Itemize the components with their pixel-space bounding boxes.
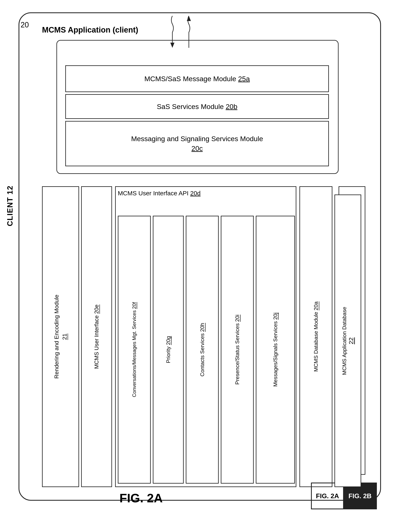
conversations-label: Conversations/Messages Mgt. Services 20f	[131, 302, 137, 397]
outer-box: MCMS Application (client) MCMS/SaS Messa…	[19, 12, 381, 501]
messages-signals-box: Messages/Signals Services 20j	[256, 216, 295, 484]
module-1-label: MCMS/SaS Message Module 25a	[144, 75, 250, 83]
app-db-box-front: MCMS Application Database22	[334, 194, 361, 487]
mcms-app-label: MCMS Application (client)	[42, 26, 138, 34]
module-3-label: Messaging and Signaling Services Module	[131, 135, 263, 143]
rendering-box: Rendering and Encoding Module21	[42, 186, 79, 487]
contacts-box: Contacts Services 20h	[186, 216, 219, 484]
priority-label: Priority 20g	[165, 336, 171, 363]
fig-2a-small-label: FIG. 2A	[312, 483, 344, 509]
svg-marker-0	[170, 43, 174, 48]
priority-box: Priority 20g	[153, 216, 184, 484]
module-box-1: MCMS/SaS Message Module 25a	[65, 65, 329, 92]
module-box-3: Messaging and Signaling Services Module …	[65, 121, 329, 166]
ui-box: MCMS User Interface 20e	[81, 186, 112, 487]
module-box-2: SaS Services Module 20b	[65, 94, 329, 119]
messages-signals-label: Messages/Signals Services 20j	[272, 313, 279, 387]
top-module-area: MCMS/SaS Message Module 25a SaS Services…	[57, 40, 339, 174]
db-module-box: MCMS Database Module 20a	[299, 186, 332, 487]
fig-2a-label: FIG. 2A	[119, 491, 163, 505]
client-label: CLIENT 12	[6, 185, 14, 226]
module-3-ref: 20c	[191, 145, 203, 153]
svg-marker-1	[187, 16, 191, 21]
ui-label: MCMS User Interface 20e	[94, 305, 100, 369]
presence-box: Presence/Status Services 20i	[221, 216, 254, 484]
api-label: MCMS User Interface API 20d	[118, 190, 201, 197]
app-db-label: MCMS Application Database22	[341, 307, 355, 375]
fig-2b-label: FIG. 2B	[344, 483, 376, 509]
presence-label: Presence/Status Services 20i	[234, 315, 241, 385]
arrows-svg	[156, 16, 209, 49]
module-2-label: SaS Services Module 20b	[157, 103, 237, 111]
contacts-label: Contacts Services 20h	[199, 323, 206, 377]
db-module-label: MCMS Database Module 20a	[313, 301, 319, 372]
page: CLIENT 12 20 MCMS Application (client) M…	[0, 0, 416, 532]
lower-section: Rendering and Encoding Module21 MCMS Use…	[42, 186, 363, 491]
conversations-box: Conversations/Messages Mgt. Services 20f	[118, 216, 151, 484]
rendering-label: Rendering and Encoding Module21	[53, 295, 69, 379]
middle-box: MCMS User Interface API 20d Conversation…	[115, 186, 296, 487]
